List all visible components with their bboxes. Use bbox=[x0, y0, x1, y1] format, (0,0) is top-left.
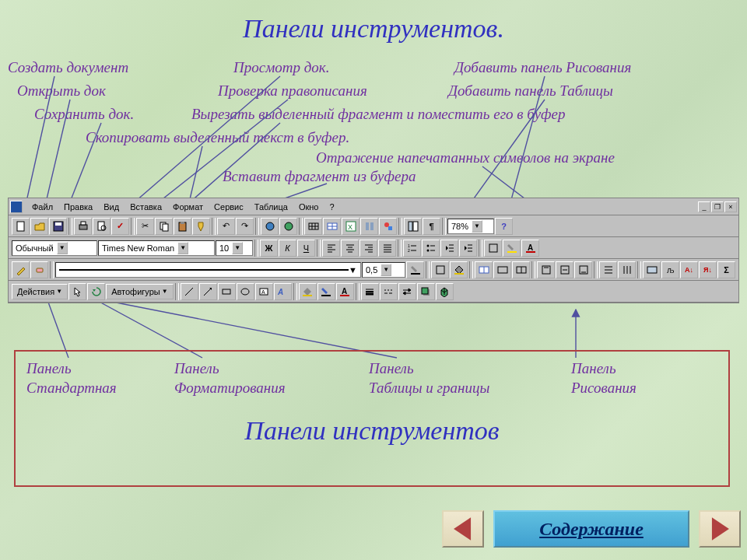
new-button[interactable] bbox=[12, 218, 30, 235]
highlight-button[interactable] bbox=[503, 240, 521, 257]
paste-button[interactable] bbox=[174, 218, 191, 235]
3d-tool[interactable] bbox=[436, 283, 454, 300]
menu-insert[interactable]: Вставка bbox=[125, 201, 167, 213]
preview-button[interactable] bbox=[93, 218, 110, 235]
italic-button[interactable]: К bbox=[279, 240, 296, 257]
svg-text:A: A bbox=[528, 243, 533, 252]
spellcheck-button[interactable]: ✓ bbox=[111, 218, 129, 235]
line-width-combo[interactable]: 0,5 ▼ bbox=[362, 262, 405, 278]
select-arrow-button[interactable] bbox=[68, 283, 86, 300]
distribute-cols-button[interactable] bbox=[618, 261, 636, 278]
web-toolbar-button[interactable] bbox=[279, 218, 297, 235]
docmap-button[interactable] bbox=[404, 218, 422, 235]
underline-button[interactable]: Ч bbox=[297, 240, 315, 257]
align-left-button[interactable] bbox=[322, 240, 340, 257]
format-painter-button[interactable] bbox=[192, 218, 210, 235]
align-top-button[interactable] bbox=[537, 261, 555, 278]
indent-button[interactable] bbox=[459, 240, 477, 257]
wordart-tool[interactable]: A bbox=[274, 283, 292, 300]
draw-table-button[interactable] bbox=[12, 261, 30, 278]
autosum-button[interactable]: Σ bbox=[717, 261, 735, 278]
autoshapes-menu[interactable]: Автофигуры ▼ bbox=[106, 284, 174, 299]
svg-text:A: A bbox=[342, 287, 347, 296]
restore-button[interactable]: ❐ bbox=[711, 201, 724, 212]
line-style-tool[interactable] bbox=[361, 283, 379, 300]
bold-button[interactable]: Ж bbox=[260, 240, 278, 257]
textbox-tool[interactable]: A bbox=[255, 283, 273, 300]
tables-borders-button[interactable] bbox=[304, 218, 322, 235]
minimize-button[interactable]: _ bbox=[698, 201, 710, 212]
align-center-button[interactable] bbox=[341, 240, 359, 257]
zoom-combo[interactable]: 78% ▼ bbox=[447, 219, 494, 234]
text-direction-button[interactable]: Љ bbox=[661, 261, 679, 278]
autoformat-table-button[interactable] bbox=[643, 261, 661, 278]
oval-tool[interactable] bbox=[237, 283, 254, 300]
help-button[interactable]: ? bbox=[495, 218, 513, 235]
menu-tools[interactable]: Сервис bbox=[209, 201, 248, 213]
cut-button[interactable]: ✂ bbox=[136, 218, 154, 235]
svg-point-27 bbox=[285, 222, 293, 230]
align-middle-button[interactable] bbox=[556, 261, 573, 278]
menu-window[interactable]: Окно bbox=[294, 201, 324, 213]
menu-edit[interactable]: Правка bbox=[59, 201, 97, 213]
menu-help[interactable]: ? bbox=[324, 201, 338, 213]
svg-rect-37 bbox=[366, 222, 369, 230]
undo-button[interactable]: ↶ bbox=[217, 218, 235, 235]
distribute-rows-button[interactable] bbox=[599, 261, 617, 278]
align-bottom-button[interactable] bbox=[574, 261, 592, 278]
split-cells-button[interactable] bbox=[512, 261, 530, 278]
ann-cut: Вырезать выделенный фрагмент и поместить… bbox=[191, 106, 565, 123]
numbered-list-button[interactable]: 12 bbox=[403, 240, 421, 257]
size-combo[interactable]: 10 ▼ bbox=[216, 240, 253, 256]
dash-style-tool[interactable] bbox=[380, 283, 398, 300]
borders-button[interactable] bbox=[484, 240, 502, 257]
outside-border-button[interactable] bbox=[431, 261, 449, 278]
bullet-list-button[interactable] bbox=[422, 240, 440, 257]
menu-file[interactable]: Файл bbox=[27, 201, 58, 213]
font-combo[interactable]: Times New Roman ▼ bbox=[98, 240, 215, 256]
drawing-toolbar-button[interactable] bbox=[379, 218, 397, 235]
menu-format[interactable]: Формат bbox=[168, 201, 208, 213]
open-button[interactable] bbox=[30, 218, 48, 235]
sort-desc-button[interactable]: Я↓ bbox=[699, 261, 717, 278]
sort-asc-button[interactable]: А↓ bbox=[680, 261, 698, 278]
font-color-button[interactable]: A bbox=[521, 240, 539, 257]
menu-table[interactable]: Таблица bbox=[250, 201, 293, 213]
eraser-button[interactable] bbox=[30, 261, 48, 278]
menu-view[interactable]: Вид bbox=[99, 201, 124, 213]
align-justify-button[interactable] bbox=[378, 240, 396, 257]
rotate-button[interactable] bbox=[87, 283, 105, 300]
actions-menu[interactable]: Действия ▼ bbox=[12, 284, 68, 299]
border-color-button[interactable] bbox=[406, 261, 424, 278]
columns-button[interactable] bbox=[360, 218, 378, 235]
line-color-tool[interactable] bbox=[317, 283, 335, 300]
show-marks-button[interactable]: ¶ bbox=[423, 218, 440, 235]
copy-button[interactable] bbox=[155, 218, 173, 235]
outdent-button[interactable] bbox=[440, 240, 458, 257]
style-combo[interactable]: Обычный ▼ bbox=[12, 240, 97, 256]
save-button[interactable] bbox=[49, 218, 67, 235]
line-tool[interactable] bbox=[181, 283, 198, 300]
redo-button[interactable]: ↷ bbox=[236, 218, 254, 235]
next-button[interactable] bbox=[699, 510, 741, 548]
fill-color-button[interactable] bbox=[450, 261, 468, 278]
excel-button[interactable]: X bbox=[342, 218, 359, 235]
insert-table-button-2[interactable] bbox=[475, 261, 493, 278]
fill-color-tool[interactable] bbox=[299, 283, 317, 300]
hyperlink-button[interactable] bbox=[261, 218, 279, 235]
line-style-combo[interactable]: ▼ bbox=[55, 262, 361, 278]
svg-point-63 bbox=[426, 244, 429, 247]
close-button[interactable]: × bbox=[724, 201, 737, 212]
insert-table-button[interactable] bbox=[323, 218, 341, 235]
merge-cells-button[interactable] bbox=[493, 261, 511, 278]
contents-button[interactable]: Содержание bbox=[493, 510, 689, 548]
shadow-tool[interactable] bbox=[417, 283, 435, 300]
prev-button[interactable] bbox=[442, 510, 484, 548]
font-color-tool[interactable]: A bbox=[336, 283, 354, 300]
rectangle-tool[interactable] bbox=[218, 283, 236, 300]
svg-rect-19 bbox=[81, 222, 86, 225]
print-button[interactable] bbox=[74, 218, 92, 235]
align-right-button[interactable] bbox=[359, 240, 377, 257]
arrow-tool[interactable] bbox=[199, 283, 217, 300]
arrow-style-tool[interactable] bbox=[398, 283, 416, 300]
